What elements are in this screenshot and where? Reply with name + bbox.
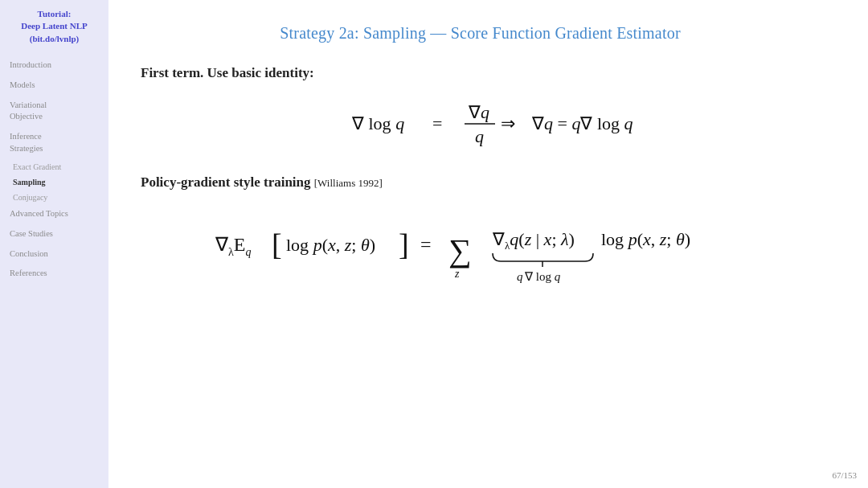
svg-text:∇ log q: ∇ log q — [351, 113, 404, 133]
sidebar-title: Tutorial: Deep Latent NLP (bit.do/lvnlp) — [6, 8, 102, 45]
sidebar-item-variational-objective[interactable]: Variational Objective — [6, 98, 102, 125]
svg-text:q: q — [475, 126, 484, 146]
svg-text:⇒: ⇒ — [501, 113, 515, 133]
sidebar-item-inference-strategies[interactable]: Inference Strategies — [6, 129, 102, 156]
sidebar-item-introduction[interactable]: Introduction — [6, 58, 102, 73]
sidebar: Tutorial: Deep Latent NLP (bit.do/lvnlp)… — [0, 0, 108, 488]
sidebar-item-conjugacy[interactable]: Conjugacy — [6, 191, 102, 204]
first-term-label: First term. Use basic identity: — [141, 65, 820, 81]
sidebar-item-case-studies[interactable]: Case Studies — [6, 227, 102, 242]
sidebar-item-models[interactable]: Models — [6, 78, 102, 93]
sidebar-item-references[interactable]: References — [6, 266, 102, 281]
sidebar-item-sampling[interactable]: Sampling — [6, 176, 102, 189]
svg-text:∑: ∑ — [448, 232, 472, 269]
citation: [Williams 1992] — [314, 177, 383, 189]
svg-text:[: [ — [272, 228, 282, 261]
svg-text:∇q = q∇ log q: ∇q = q∇ log q — [531, 113, 633, 133]
sidebar-item-exact-gradient[interactable]: Exact Gradient — [6, 161, 102, 174]
policy-gradient-label: Policy-gradient style training [Williams… — [141, 174, 820, 191]
slide-body: First term. Use basic identity: ∇ log q … — [141, 65, 820, 298]
main-equation: ∇λEq [ log p(x, z; θ) ] = ∑ z ∇λq(z | x;… — [141, 207, 820, 298]
svg-text:]: ] — [399, 228, 409, 261]
svg-text:=: = — [432, 113, 442, 133]
svg-text:∇λq(z | x; λ): ∇λq(z | x; λ) — [492, 229, 575, 252]
sidebar-item-advanced-topics[interactable]: Advanced Topics — [6, 207, 102, 222]
slide-title: Strategy 2a: Sampling — Score Function G… — [141, 24, 820, 43]
svg-text:q: q — [517, 270, 523, 283]
slide-content: Strategy 2a: Sampling — Score Function G… — [108, 0, 868, 488]
svg-text:∇λEq: ∇λEq — [215, 234, 251, 258]
svg-text:z: z — [454, 268, 460, 280]
sidebar-item-conclusion[interactable]: Conclusion — [6, 247, 102, 262]
svg-text:∇ log q: ∇ log q — [524, 270, 561, 283]
svg-text:log p(x, z; θ): log p(x, z; θ) — [286, 235, 375, 255]
svg-text:log p(x, z; θ): log p(x, z; θ) — [601, 229, 690, 249]
math-identity: ∇ log q = ∇q q ⇒ ∇q = q∇ log q — [141, 96, 820, 157]
svg-text:∇q: ∇q — [468, 102, 489, 122]
svg-text:=: = — [420, 234, 432, 255]
page-number: 67/153 — [832, 470, 857, 480]
